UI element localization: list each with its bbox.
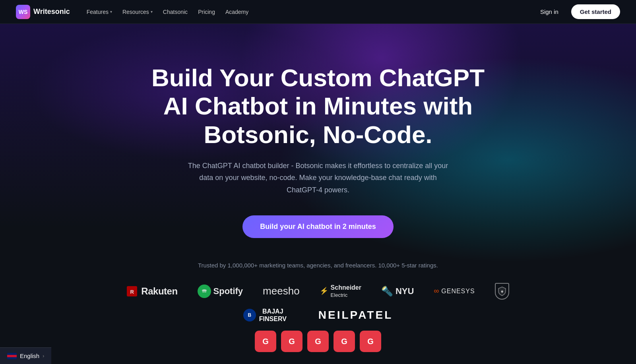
trusted-text: Trusted by 1,000,000+ marketing teams, a… [24,262,612,269]
nav-chatsonic[interactable]: Chatsonic [159,6,192,17]
schneider-bolt-icon: ⚡ [320,287,328,296]
neilpatel-logo: NEILPATEL [318,309,393,321]
svg-text:⚜: ⚜ [500,290,504,294]
bajaj-logo: B BAJAJ FINSERV [243,308,287,323]
svg-point-2 [201,288,208,295]
schneider-logo: ⚡ Schneider Electric [320,284,361,299]
logo-text: Writesonic [33,8,70,16]
meesho-text: meesho [263,285,300,297]
rakuten-logo: R Rakuten [127,286,177,297]
nav-resources[interactable]: Resources ▾ [118,6,157,17]
hero-section: Build Your Custom ChatGPT AI Chatbot in … [0,24,636,364]
neilpatel-text: NEILPATEL [318,309,393,321]
logo[interactable]: WS Writesonic [16,5,70,19]
rakuten-text: Rakuten [141,286,177,297]
hero-subtitle: The ChatGPT AI chatbot builder - Botsoni… [183,160,453,196]
cta-button[interactable]: Build your AI chatbot in 2 minutes [242,215,393,238]
logo-abbr: WS [19,9,28,15]
chevron-right-icon: › [43,353,44,359]
get-started-button[interactable]: Get started [571,4,620,19]
nav-left: WS Writesonic Features ▾ Resources ▾ Cha… [16,5,252,19]
uk-flag-icon [7,353,17,359]
nav-links: Features ▾ Resources ▾ Chatsonic Pricing… [83,6,253,17]
genesys-text: GENESYS [441,288,475,295]
genesys-icon: ∞ [434,287,439,295]
rating-badge-3: G [307,331,329,352]
schneider-text: Schneider Electric [331,284,361,299]
rating-badge-5: G [360,331,381,352]
navbar: WS Writesonic Features ▾ Resources ▾ Cha… [0,0,636,24]
shield-badge: ⚜ [495,283,509,300]
svg-text:R: R [130,289,134,295]
rating-badge-2: G [281,331,302,352]
genesys-logo: ∞ GENESYS [434,287,475,295]
logos-row-2: B BAJAJ FINSERV NEILPATEL [24,308,612,323]
shield-icon: ⚜ [495,283,509,300]
trusted-section: Trusted by 1,000,000+ marketing teams, a… [0,262,636,356]
nav-features[interactable]: Features ▾ [83,6,116,17]
bajaj-text: BAJAJ FINSERV [259,308,287,323]
nav-academy[interactable]: Academy [221,6,252,17]
logos-row-1: R Rakuten Spotify meesho [24,283,612,300]
nyu-torch-icon: 🔦 [381,286,393,297]
nav-pricing[interactable]: Pricing [194,6,219,17]
nav-right: Sign in Get started [534,4,620,19]
hero-content: Build Your Custom ChatGPT AI Chatbot in … [139,24,497,238]
bajaj-icon: B [243,309,256,321]
spotify-icon [198,285,211,298]
spotify-text: Spotify [213,286,243,296]
nyu-text: NYU [396,286,414,296]
spotify-logo: Spotify [198,285,243,298]
rating-badge-4: G [334,331,355,352]
chevron-down-icon: ▾ [110,10,112,14]
logo-icon: WS [16,5,30,19]
rating-badge-1: G [255,331,276,352]
ratings-row: G G G G G [24,331,612,356]
meesho-logo: meesho [263,285,300,297]
nyu-logo: 🔦 NYU [381,286,414,297]
chevron-down-icon: ▾ [151,10,153,14]
sign-in-button[interactable]: Sign in [534,5,565,18]
hero-title: Build Your Custom ChatGPT AI Chatbot in … [139,64,497,149]
language-switcher[interactable]: English › [0,347,51,364]
language-label: English [20,352,39,359]
